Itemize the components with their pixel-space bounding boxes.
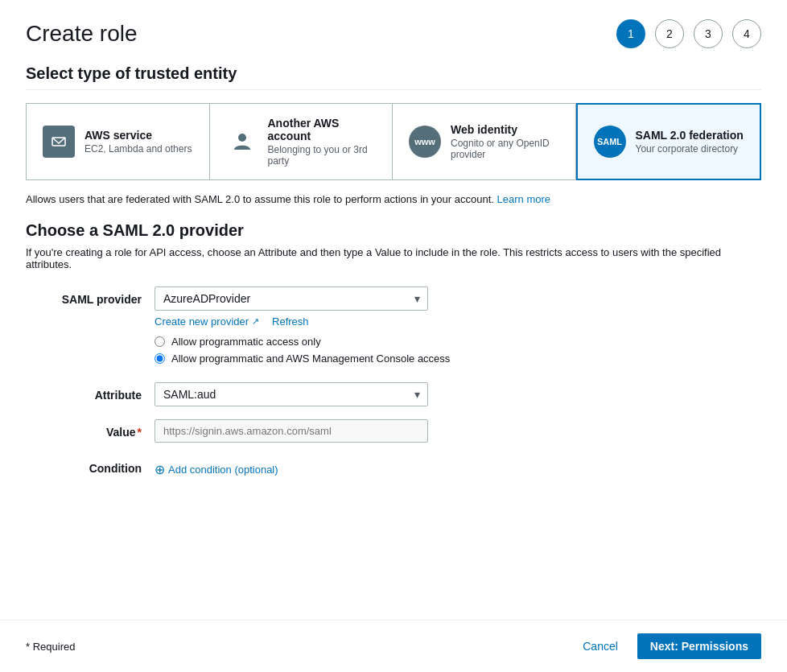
web-identity-icon: www [409,126,441,158]
entity-card-another-account[interactable]: Another AWS account Belonging to you or … [210,103,394,180]
value-input[interactable] [155,419,428,443]
entity-section-title: Select type of trusted entity [26,64,761,90]
provider-actions: Create new provider ↗ Refresh [155,315,476,328]
saml-section-title: Choose a SAML 2.0 provider [26,221,761,240]
saml-provider-select-wrapper: AzureADProvider ▾ [155,287,428,311]
aws-service-subtitle: EC2, Lambda and others [84,143,192,155]
add-condition-button[interactable]: ⊕ Add condition (optional) [155,456,476,477]
entity-card-saml[interactable]: SAML SAML 2.0 federation Your corporate … [576,103,762,180]
radio-group: Allow programmatic access only Allow pro… [155,336,476,365]
steps-container: 1 2 3 4 [616,19,761,48]
attribute-row: Attribute SAML:aud ▾ [26,382,761,406]
attribute-label: Attribute [26,382,155,402]
entity-info-text: Allows users that are federated with SAM… [26,193,761,205]
condition-row: Condition ⊕ Add condition (optional) [26,456,761,477]
page-title: Create role [26,21,138,47]
value-row: Value [26,419,761,443]
saml-description: If you're creating a role for API access… [26,246,761,270]
condition-label: Condition [26,456,155,475]
svg-point-1 [238,134,246,142]
saml-subtitle: Your corporate directory [636,143,744,155]
step-1[interactable]: 1 [616,19,645,48]
account-icon [226,126,258,158]
entity-card-aws-service[interactable]: AWS service EC2, Lambda and others [26,103,210,180]
radio-programmatic-input[interactable] [155,336,165,347]
radio-programmatic: Allow programmatic access only [155,336,476,348]
value-field [155,419,476,443]
saml-provider-field: AzureADProvider ▾ Create new provider ↗ … [155,287,476,369]
attribute-select[interactable]: SAML:aud [155,382,428,406]
entity-cards: AWS service EC2, Lambda and others Anoth… [26,103,761,180]
entity-card-web-identity[interactable]: www Web identity Cognito or any OpenID p… [393,103,576,180]
aws-service-icon [43,126,75,158]
entity-section: Select type of trusted entity AWS servic… [26,64,761,205]
another-account-title: Another AWS account [268,117,377,142]
step-2[interactable]: 2 [655,19,684,48]
saml-provider-select[interactable]: AzureADProvider [155,287,428,311]
saml-provider-row: SAML provider AzureADProvider ▾ Create n… [26,287,761,369]
web-identity-title: Web identity [451,123,559,136]
attribute-select-wrapper: SAML:aud ▾ [155,382,428,406]
radio-console-input[interactable] [155,353,165,364]
footer: * Required Cancel Next: Permissions [0,620,787,672]
external-link-icon: ↗ [252,316,259,327]
plus-icon: ⊕ [155,462,165,477]
refresh-link[interactable]: Refresh [272,315,309,328]
web-identity-subtitle: Cognito or any OpenID provider [451,138,559,160]
another-account-subtitle: Belonging to you or 3rd party [268,144,377,167]
required-note: * Required [26,641,75,653]
saml-title: SAML 2.0 federation [636,129,744,142]
step-3[interactable]: 3 [694,19,723,48]
page-header: Create role 1 2 3 4 [26,19,761,48]
saml-icon: SAML [594,126,626,158]
footer-actions: Cancel Next: Permissions [573,633,761,659]
step-4[interactable]: 4 [732,19,761,48]
radio-programmatic-label: Allow programmatic access only [171,336,321,348]
next-permissions-button[interactable]: Next: Permissions [637,633,761,659]
radio-console: Allow programmatic and AWS Management Co… [155,352,476,365]
aws-service-title: AWS service [84,129,192,142]
saml-provider-label: SAML provider [26,287,155,306]
saml-section: Choose a SAML 2.0 provider If you're cre… [26,221,761,477]
cancel-button[interactable]: Cancel [573,635,628,658]
radio-console-label: Allow programmatic and AWS Management Co… [171,352,450,365]
condition-field: ⊕ Add condition (optional) [155,456,476,477]
learn-more-link[interactable]: Learn more [497,193,550,205]
value-label: Value [26,419,155,439]
create-new-provider-link[interactable]: Create new provider ↗ [155,315,259,328]
attribute-field: SAML:aud ▾ [155,382,476,406]
